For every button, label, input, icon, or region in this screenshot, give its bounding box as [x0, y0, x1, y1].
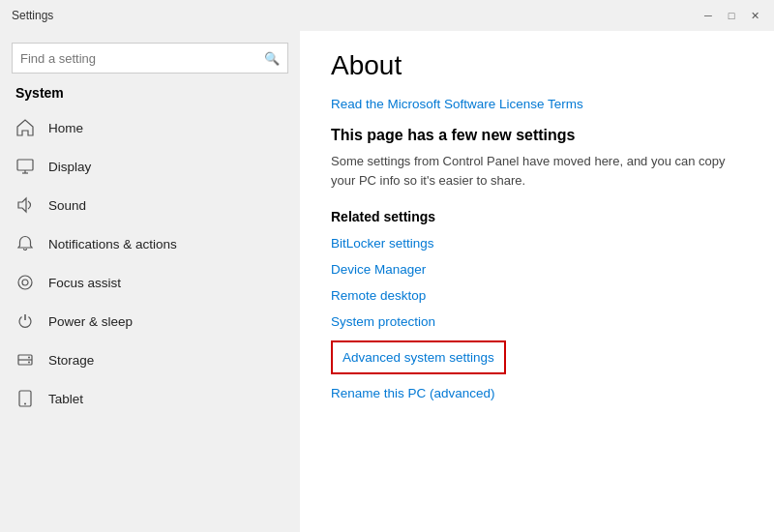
title-bar: Settings ─ □ ✕ — [0, 0, 774, 31]
rename-pc-link[interactable]: Rename this PC (advanced) — [331, 386, 743, 400]
sidebar-item-home-label: Home — [48, 121, 83, 135]
sound-icon — [15, 195, 35, 215]
svg-point-9 — [28, 362, 30, 364]
sidebar-item-notifications-label: Notifications & actions — [48, 237, 177, 251]
content-area: About Read the Microsoft Software Licens… — [300, 31, 774, 532]
tablet-icon — [15, 389, 35, 408]
svg-marker-3 — [18, 198, 26, 212]
sidebar-item-storage[interactable]: Storage — [0, 340, 300, 379]
sidebar-item-sound-label: Sound — [48, 198, 86, 213]
search-box[interactable]: 🔍 — [12, 43, 288, 74]
search-icon[interactable]: 🔍 — [264, 51, 280, 66]
search-input[interactable] — [20, 51, 264, 66]
sidebar-item-storage-label: Storage — [48, 353, 94, 368]
display-icon — [15, 157, 35, 176]
svg-rect-0 — [17, 160, 33, 170]
sidebar-item-notifications[interactable]: Notifications & actions — [0, 224, 300, 263]
bitlocker-link[interactable]: BitLocker settings — [331, 236, 743, 251]
related-settings-title: Related settings — [331, 209, 743, 224]
sidebar-item-display-label: Display — [48, 160, 91, 174]
title-bar-title: Settings — [12, 9, 53, 22]
svg-point-8 — [28, 357, 30, 359]
sidebar-item-focus-assist-label: Focus assist — [48, 276, 121, 290]
device-manager-link[interactable]: Device Manager — [331, 262, 743, 277]
close-button[interactable]: ✕ — [747, 8, 762, 23]
storage-icon — [15, 350, 35, 369]
notifications-icon — [15, 234, 35, 253]
system-protection-link[interactable]: System protection — [331, 314, 743, 329]
sidebar-item-sound[interactable]: Sound — [0, 186, 300, 224]
maximize-button[interactable]: □ — [724, 8, 739, 23]
sidebar-item-home[interactable]: Home — [0, 108, 300, 147]
sidebar-item-power-sleep-label: Power & sleep — [48, 314, 133, 329]
sidebar-item-power-sleep[interactable]: Power & sleep — [0, 302, 300, 340]
minimize-button[interactable]: ─ — [700, 8, 716, 23]
svg-point-11 — [24, 403, 26, 405]
sidebar-item-tablet-label: Tablet — [48, 392, 83, 406]
sidebar-item-focus-assist[interactable]: Focus assist — [0, 263, 300, 302]
svg-point-4 — [18, 276, 32, 289]
new-settings-desc: Some settings from Control Panel have mo… — [331, 152, 743, 190]
sidebar-item-tablet[interactable]: Tablet — [0, 379, 300, 418]
remote-desktop-link[interactable]: Remote desktop — [331, 288, 743, 303]
sidebar-item-display[interactable]: Display — [0, 147, 300, 186]
main-layout: 🔍 System Home Display Sound N — [0, 31, 774, 532]
new-settings-heading: This page has a few new settings — [331, 127, 743, 144]
title-bar-controls: ─ □ ✕ — [700, 8, 762, 23]
license-link[interactable]: Read the Microsoft Software License Term… — [331, 97, 743, 111]
sidebar-section-title: System — [0, 81, 300, 108]
power-icon — [15, 311, 35, 331]
sidebar: 🔍 System Home Display Sound N — [0, 31, 300, 532]
svg-point-5 — [22, 280, 28, 285]
page-title: About — [331, 50, 743, 81]
home-icon — [15, 118, 35, 137]
focus-assist-icon — [15, 273, 35, 292]
advanced-system-settings-link[interactable]: Advanced system settings — [331, 340, 506, 374]
